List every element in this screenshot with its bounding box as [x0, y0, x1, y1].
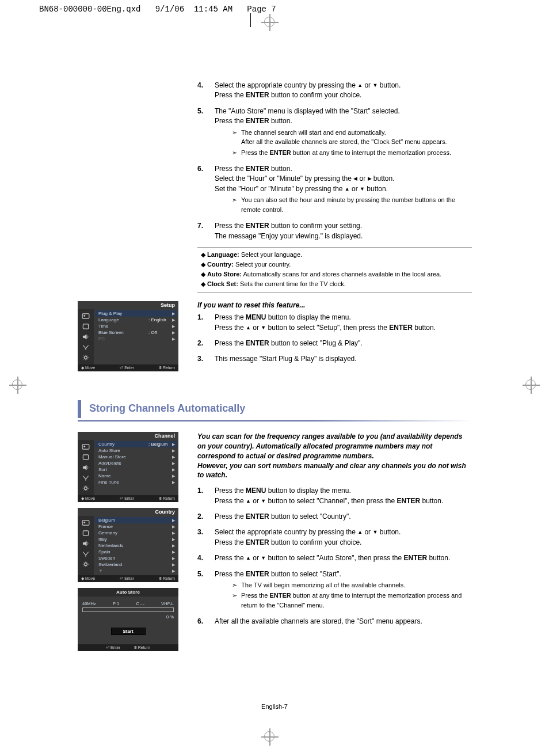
file-date: 9/1/06: [155, 5, 184, 14]
svg-rect-10: [82, 521, 89, 525]
caret-right-icon: ▶: [171, 455, 175, 459]
reset-steps: 1.Press the MENU button to display the m…: [197, 313, 472, 364]
caret-right-icon: ▶: [171, 518, 175, 523]
step-line: Select the appropriate country by pressi…: [215, 81, 401, 90]
caret-right-icon: ▶: [171, 569, 175, 573]
osd-foot-return: Ⅲ Return: [159, 366, 175, 370]
step-item: 3.This message "Start Plug & Play" is di…: [197, 354, 472, 364]
osd-foot-enter: ⏎ Enter: [120, 576, 134, 581]
section-underline: [78, 420, 472, 421]
osd-auto-start-button: Start: [111, 628, 146, 635]
step-number: 7.: [197, 221, 215, 241]
osd-row: Language: English▶: [95, 317, 177, 323]
svg-point-1: [84, 315, 85, 316]
step-notes: ➣You can also set the hour and minute by…: [215, 195, 472, 214]
step-item: 3.Select the appropriate country by pres…: [197, 527, 472, 548]
osd-rows: Belgium▶France▶Germany▶Italy▶Netherlands…: [94, 516, 178, 575]
osd-row: Italy▶: [95, 536, 177, 542]
osd-auto-prog: P 1: [113, 601, 119, 606]
step-number: 4.: [197, 553, 215, 563]
caret-right-icon: ▶: [171, 311, 175, 316]
caret-right-icon: ▶: [171, 324, 175, 329]
svg-rect-7: [83, 455, 88, 459]
osd-row-label: Auto Store: [98, 448, 148, 453]
osd-auto-meta: 40MHzP 1C - -VHF-L: [82, 601, 174, 606]
osd-row: Switzerland▶: [95, 561, 177, 568]
osd-row-label: Plug & Play: [98, 311, 148, 316]
step-item: 1.Press the MENU button to display the m…: [197, 313, 472, 333]
osd-foot-move: ◆ Move: [81, 576, 95, 581]
osd-row: ▼▶: [95, 568, 177, 574]
osd-title: Setup: [78, 301, 178, 309]
step-line: Press the ENTER button to confirm your c…: [215, 90, 401, 100]
step-number: 3.: [197, 527, 215, 548]
step-body: Press the ENTER button.Select the "Hour"…: [215, 164, 472, 215]
osd-row-label: Time: [98, 324, 148, 329]
caret-right-icon: ▶: [171, 556, 175, 561]
register-mark-bottom: [261, 728, 279, 746]
caret-right-icon: ▶: [171, 544, 175, 548]
osd-row: Name▶: [95, 473, 177, 479]
speaker-icon: [82, 464, 90, 471]
caret-right-icon: ▶: [171, 480, 175, 485]
caret-right-icon: ▶: [171, 318, 175, 322]
bullet-row: ◆ Clock Set: Sets the current time for t…: [197, 279, 472, 289]
file-name: BN68-000000-00Eng.qxd: [39, 5, 140, 14]
step-number: 3.: [197, 354, 215, 364]
step-notes: ➣The TV will begin memorizing all of the…: [215, 580, 472, 610]
osd-foot-enter: ⏎ Enter: [106, 645, 120, 650]
register-mark-top: [261, 14, 279, 31]
osd-foot-move: ◆ Move: [81, 496, 95, 501]
picture-icon: [82, 443, 90, 450]
osd-rows: Plug & Play▶Language: English▶Time▶Blue …: [94, 309, 178, 364]
osd-row: Germany▶: [95, 530, 177, 536]
osd-title: Country: [78, 508, 178, 516]
step-number: 1.: [197, 313, 215, 333]
osd-icon-rail: [78, 440, 94, 495]
svg-rect-5: [82, 445, 89, 449]
step-item: 2.Press the ENTER button to select "Coun…: [197, 512, 472, 522]
svg-point-9: [85, 487, 87, 490]
svg-rect-0: [82, 314, 89, 318]
speaker-icon: [82, 540, 90, 547]
osd-row-label: France: [98, 524, 148, 529]
speaker-icon: [82, 333, 90, 340]
step-note-row: ➣The channel search will start and end a…: [232, 128, 451, 147]
osd-channel-menu: Channel Country: Belgium▶Auto Store▶Manu…: [78, 432, 178, 502]
svg-rect-12: [83, 531, 88, 535]
bullet-row: ◆ Country: Select your country.: [197, 260, 472, 269]
section2-text-column: You can scan for the frequency ranges av…: [187, 432, 472, 651]
section-heading: Storing Channels Automatically: [89, 400, 245, 418]
caret-right-icon: ▶: [171, 525, 175, 529]
osd-rows: Country: Belgium▶Auto Store▶Manual Store…: [94, 440, 178, 495]
note-arrow-icon: ➣: [232, 591, 241, 601]
osd-row: Sort▶: [95, 466, 177, 473]
step-body: Select the appropriate country by pressi…: [215, 527, 401, 548]
osd-row-label: Country: [98, 442, 148, 447]
step-line: Press the ▲ or ▼ button to select "Chann…: [215, 496, 443, 506]
step-body: Press the ENTER button to select "Plug &…: [215, 339, 363, 348]
caret-right-icon: ▶: [171, 468, 175, 472]
osd-row-label: Add/Delete: [98, 461, 148, 466]
step-body: The "Auto Store" menu is displayed with …: [215, 107, 451, 158]
step-line: Press the ENTER button to confirm your s…: [215, 221, 363, 231]
osd-row-label: Sort: [98, 467, 148, 472]
osd-title: Auto Store: [78, 588, 178, 597]
osd-row-label: Italy: [98, 537, 148, 542]
step-body: Press the ENTER button to confirm your s…: [215, 221, 363, 241]
osd-footer: ⏎ EnterⅢ Return: [78, 644, 178, 651]
step-body: Press the MENU button to display the men…: [215, 313, 436, 333]
svg-marker-8: [83, 465, 86, 470]
page: { "header": { "file": "BN68-000000-00Eng…: [0, 0, 549, 756]
step-line: This message "Start Plug & Play" is disp…: [215, 354, 357, 364]
step-item: 6.After all the available channels are s…: [197, 617, 472, 626]
step-line: The message "Enjoy your viewing." is dis…: [215, 231, 363, 241]
caret-right-icon: ▶: [171, 531, 175, 535]
qxd-page-header: BN68-000000-00Eng.qxd 9/1/06 11:45 AM Pa…: [39, 5, 276, 14]
step-line: Press the MENU button to display the men…: [215, 486, 443, 496]
osd-setup-menu: Setup Plug & Play▶Language: English▶Time…: [78, 301, 178, 371]
svg-point-6: [84, 446, 85, 447]
osd-foot-return: Ⅲ Return: [134, 645, 150, 650]
osd-auto-percent: 0 %: [82, 614, 174, 620]
caret-right-icon: ▶: [171, 330, 175, 335]
